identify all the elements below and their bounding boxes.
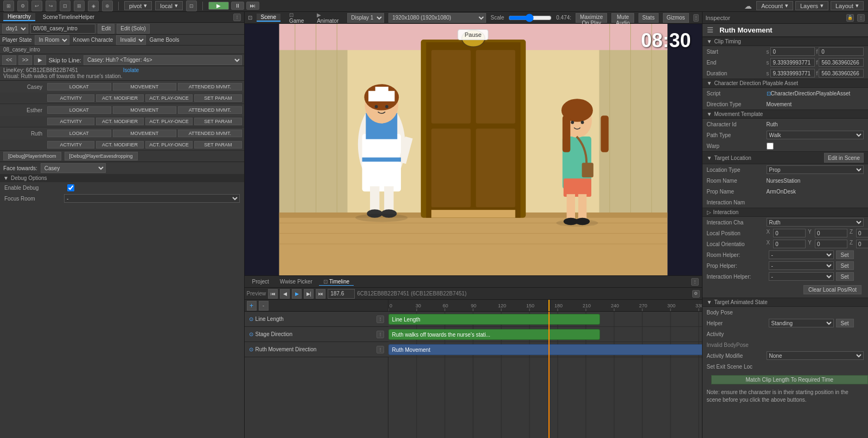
redo-icon[interactable]: ↪ xyxy=(46,1,56,11)
maximize-btn[interactable]: Maximize On Play xyxy=(576,13,607,23)
target-location-section[interactable]: ▼ Target Location Edit in Scene xyxy=(703,151,868,164)
tl-position-input[interactable]: 187.6 xyxy=(328,289,355,299)
enable-debug-checkbox[interactable] xyxy=(67,184,74,191)
movement-template-section[interactable]: ▼ Movement Template xyxy=(703,110,868,119)
tl-next-btn[interactable]: ▶| xyxy=(304,289,314,299)
remove-track-btn[interactable]: - xyxy=(259,301,269,311)
forward-button[interactable]: >> xyxy=(18,55,33,65)
gizmos-btn[interactable]: Gizmos xyxy=(663,13,689,23)
tool1-icon[interactable]: ◈ xyxy=(88,1,99,11)
layout-dropdown[interactable]: Layout ▾ xyxy=(831,1,864,10)
inspector-options-icon[interactable]: ⋮ xyxy=(857,14,865,22)
prop-helper-set-btn[interactable]: Set xyxy=(836,261,854,270)
casey-lookat-btn[interactable]: LOOKAT xyxy=(47,83,111,91)
local-orient-z[interactable]: 0 xyxy=(856,240,868,248)
grid-icon[interactable]: ⊞ xyxy=(74,1,85,11)
match-clip-length-btn[interactable]: Match Clip Length To Required Time xyxy=(711,375,868,384)
mute-audio-btn[interactable]: Mute Audio xyxy=(611,13,634,23)
add-track-btn[interactable]: + xyxy=(247,301,257,311)
scene-input[interactable] xyxy=(30,24,95,34)
ruth-act-modifier-btn[interactable]: ACT. MODIFIER xyxy=(96,141,143,149)
menu-icon[interactable]: ⊞ xyxy=(3,1,14,11)
history-icon[interactable]: ⊡ xyxy=(60,1,71,11)
timeline-tab-btn[interactable]: ⊡ Timeline xyxy=(319,278,354,286)
location-type-select[interactable]: Prop xyxy=(767,165,864,174)
ruth-attended-btn[interactable]: ATTENDED MVMT. xyxy=(178,130,242,137)
snap-icon[interactable]: ⊡ xyxy=(186,1,197,11)
clear-local-pos-rot-btn[interactable]: Clear Local Pos/Rot xyxy=(803,285,861,294)
esther-movement-btn[interactable]: MOVEMENT xyxy=(113,106,177,114)
ruth-set-param-btn[interactable]: SET PARAM xyxy=(194,141,241,149)
room-helper-select[interactable]: - xyxy=(769,250,834,259)
viewport-options-icon[interactable]: ⋮ xyxy=(693,14,699,22)
clip-timing-section[interactable]: ▼ Clip Timing xyxy=(703,37,868,46)
casey-act-play-once-btn[interactable]: ACT. PLAY-ONCE xyxy=(145,94,193,102)
skip-dropdown[interactable]: Casey: Huh? <Trigger: 4s> xyxy=(84,55,242,65)
dur-s-input[interactable]: 9.33939993771 xyxy=(770,69,815,78)
panel-options-icon[interactable]: ⋮ xyxy=(233,14,241,21)
resolution-select[interactable]: 1920x1080 (1920x1080) xyxy=(388,13,486,23)
track-options-3[interactable]: ⋮ xyxy=(376,346,384,353)
wwise-tab[interactable]: Wwise Picker xyxy=(276,278,317,286)
prop-helper-select[interactable]: - xyxy=(769,261,834,270)
activity-modifier-select[interactable]: None xyxy=(767,351,864,360)
ruth-movement-btn[interactable]: MOVEMENT xyxy=(113,130,177,137)
esther-act-modifier-btn[interactable]: ACT. MODIFIER xyxy=(96,118,143,125)
casey-activity-btn[interactable]: ACTIVITY xyxy=(47,94,94,102)
esther-attended-btn[interactable]: ATTENDED MVMT. xyxy=(178,106,242,114)
undo-icon[interactable]: ↩ xyxy=(31,1,42,11)
focus-room-select[interactable]: - xyxy=(64,194,240,203)
esther-lookat-btn[interactable]: LOOKAT xyxy=(47,106,111,114)
clip-stage-direction[interactable]: Ruth walks off towards the nurse's stati… xyxy=(388,329,600,340)
debug-player-in-room-btn[interactable]: [Debug]PlayerInRoom xyxy=(3,152,61,160)
track-options-2[interactable]: ⋮ xyxy=(376,331,384,338)
project-tab[interactable]: Project xyxy=(248,278,273,286)
local-pos-z[interactable]: 0 xyxy=(856,229,868,237)
debug-player-eavesdrop-btn[interactable]: [Debug]PlayerEavesdropping xyxy=(65,152,138,160)
ruth-activity-btn[interactable]: ACTIVITY xyxy=(47,141,94,149)
scale-slider[interactable] xyxy=(508,14,552,22)
scene-timeline-tab[interactable]: SceneTimelineHelper xyxy=(39,14,99,21)
end-s-input[interactable]: 9.33939993771 xyxy=(770,58,815,67)
scene-tab[interactable]: Scene xyxy=(257,14,280,22)
esther-activity-btn[interactable]: ACTIVITY xyxy=(47,118,94,125)
debug-options-header[interactable]: ▼ Debug Options xyxy=(0,174,244,182)
isolate-button[interactable]: Isolate xyxy=(123,67,139,73)
ruth-lookat-btn[interactable]: LOOKAT xyxy=(47,130,111,137)
esther-act-play-once-btn[interactable]: ACT. PLAY-ONCE xyxy=(145,118,193,125)
warp-checkbox[interactable] xyxy=(767,143,774,150)
room-helper-set-btn[interactable]: Set xyxy=(836,250,854,259)
stats-btn[interactable]: Stats xyxy=(639,13,659,23)
face-towards-select[interactable]: Casey xyxy=(41,163,106,173)
end-f-input[interactable]: 560.363960266 xyxy=(819,58,864,67)
interaction-helper-set-btn[interactable]: Set xyxy=(836,272,854,281)
char-direction-section[interactable]: ▼ Character Direction Playable Asset xyxy=(703,79,868,88)
start-s-input[interactable]: 0 xyxy=(770,47,815,56)
known-char-select[interactable]: Invalid xyxy=(116,35,146,45)
clip-line-length[interactable]: Line Length xyxy=(388,314,600,325)
day-select[interactable]: day1 xyxy=(2,24,28,34)
pause-button[interactable]: Pause xyxy=(457,29,488,40)
tl-settings-icon[interactable]: ⚙ xyxy=(692,290,700,298)
local-pos-y[interactable]: 0 xyxy=(815,229,847,237)
inspector-lock-icon[interactable]: 🔒 xyxy=(846,14,854,22)
casey-set-param-btn[interactable]: SET PARAM xyxy=(194,94,241,102)
player-state-select[interactable]: In Room xyxy=(35,35,69,45)
body-helper-set-btn[interactable]: Set xyxy=(836,319,854,327)
casey-attended-btn[interactable]: ATTENDED MVMT. xyxy=(178,83,242,91)
local-orient-y[interactable]: 0 xyxy=(815,240,847,248)
account-dropdown[interactable]: Account ▾ xyxy=(756,1,793,10)
tl-prev-btn[interactable]: ◀ xyxy=(280,289,290,299)
display-select[interactable]: Display 1 xyxy=(347,13,384,23)
timeline-options-icon[interactable]: ⋮ xyxy=(691,278,699,286)
clip-ruth-movement[interactable]: Ruth Movement xyxy=(388,344,702,355)
pivot-dropdown[interactable]: pivot ▾ xyxy=(124,1,152,10)
ruth-act-play-once-btn[interactable]: ACT. PLAY-ONCE xyxy=(145,141,193,149)
interaction-char-select[interactable]: Ruth xyxy=(767,218,864,227)
play-nav-button[interactable]: ▶ xyxy=(34,55,46,65)
target-animated-section[interactable]: ▼ Target Animated State xyxy=(703,298,868,307)
back-button[interactable]: << xyxy=(2,55,16,65)
edit-in-scene-btn[interactable]: Edit in Scene xyxy=(824,153,864,163)
interaction-helper-select[interactable]: - xyxy=(769,272,834,281)
edit-button[interactable]: Edit xyxy=(98,24,114,34)
